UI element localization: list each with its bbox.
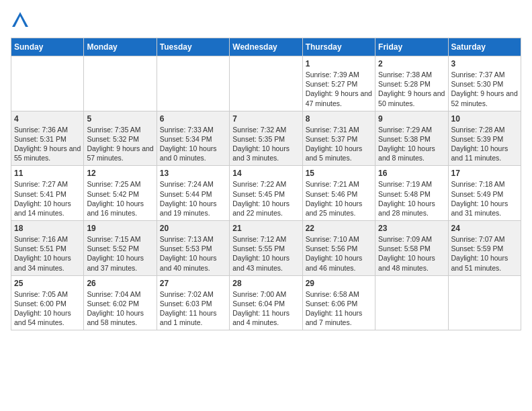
calendar-cell — [375, 275, 448, 330]
calendar-cell: 4Sunrise: 7:36 AMSunset: 5:31 PMDaylight… — [11, 111, 84, 166]
calendar-week-row: 4Sunrise: 7:36 AMSunset: 5:31 PMDaylight… — [11, 111, 521, 166]
calendar: SundayMondayTuesdayWednesdayThursdayFrid… — [11, 38, 521, 330]
day-info: Sunrise: 7:19 AMSunset: 5:48 PMDaylight:… — [378, 179, 445, 218]
calendar-cell: 25Sunrise: 7:05 AMSunset: 6:00 PMDayligh… — [11, 275, 84, 330]
day-info: Sunrise: 7:38 AMSunset: 5:28 PMDaylight:… — [378, 70, 445, 108]
calendar-week-row: 11Sunrise: 7:27 AMSunset: 5:41 PMDayligh… — [11, 166, 521, 221]
day-number: 11 — [14, 169, 81, 178]
day-info: Sunrise: 7:13 AMSunset: 5:53 PMDaylight:… — [160, 234, 226, 273]
day-number: 29 — [306, 279, 372, 288]
day-number: 14 — [232, 169, 299, 178]
day-info: Sunrise: 7:12 AMSunset: 5:55 PMDaylight:… — [232, 234, 299, 273]
calendar-cell: 9Sunrise: 7:29 AMSunset: 5:38 PMDaylight… — [375, 111, 448, 166]
calendar-cell: 18Sunrise: 7:16 AMSunset: 5:51 PMDayligh… — [11, 221, 84, 276]
day-info: Sunrise: 7:04 AMSunset: 6:02 PMDaylight:… — [87, 289, 153, 328]
day-info: Sunrise: 7:05 AMSunset: 6:00 PMDaylight:… — [14, 289, 81, 328]
day-info: Sunrise: 7:21 AMSunset: 5:46 PMDaylight:… — [306, 179, 372, 218]
calendar-cell: 24Sunrise: 7:07 AMSunset: 5:59 PMDayligh… — [448, 221, 521, 276]
col-header-thursday: Thursday — [302, 38, 375, 56]
calendar-cell: 11Sunrise: 7:27 AMSunset: 5:41 PMDayligh… — [11, 166, 84, 221]
day-number: 24 — [451, 224, 518, 233]
calendar-cell: 10Sunrise: 7:28 AMSunset: 5:39 PMDayligh… — [448, 111, 521, 166]
calendar-cell — [230, 56, 302, 111]
day-info: Sunrise: 7:00 AMSunset: 6:04 PMDaylight:… — [232, 289, 299, 328]
col-header-sunday: Sunday — [11, 38, 84, 56]
calendar-cell: 12Sunrise: 7:25 AMSunset: 5:42 PMDayligh… — [84, 166, 157, 221]
day-info: Sunrise: 7:33 AMSunset: 5:34 PMDaylight:… — [160, 125, 226, 163]
calendar-cell: 13Sunrise: 7:24 AMSunset: 5:44 PMDayligh… — [157, 166, 229, 221]
day-number: 21 — [232, 224, 299, 233]
calendar-cell: 22Sunrise: 7:10 AMSunset: 5:56 PMDayligh… — [302, 221, 375, 276]
calendar-cell: 15Sunrise: 7:21 AMSunset: 5:46 PMDayligh… — [302, 166, 375, 221]
calendar-cell: 7Sunrise: 7:32 AMSunset: 5:35 PMDaylight… — [230, 111, 302, 166]
calendar-cell — [84, 56, 157, 111]
col-header-wednesday: Wednesday — [230, 38, 302, 56]
calendar-cell: 16Sunrise: 7:19 AMSunset: 5:48 PMDayligh… — [375, 166, 448, 221]
day-info: Sunrise: 7:39 AMSunset: 5:27 PMDaylight:… — [306, 70, 372, 108]
calendar-cell — [448, 275, 521, 330]
day-number: 10 — [451, 114, 518, 124]
day-number: 16 — [378, 169, 445, 178]
calendar-cell: 27Sunrise: 7:02 AMSunset: 6:03 PMDayligh… — [157, 275, 229, 330]
calendar-cell: 23Sunrise: 7:09 AMSunset: 5:58 PMDayligh… — [375, 221, 448, 276]
day-number: 13 — [160, 169, 226, 178]
day-info: Sunrise: 7:10 AMSunset: 5:56 PMDaylight:… — [306, 234, 372, 273]
logo — [11, 11, 32, 30]
day-info: Sunrise: 7:31 AMSunset: 5:37 PMDaylight:… — [306, 125, 372, 163]
day-number: 2 — [378, 59, 445, 68]
calendar-cell: 19Sunrise: 7:15 AMSunset: 5:52 PMDayligh… — [84, 221, 157, 276]
day-info: Sunrise: 7:27 AMSunset: 5:41 PMDaylight:… — [14, 179, 81, 218]
day-number: 15 — [306, 169, 372, 178]
day-number: 1 — [306, 59, 372, 68]
calendar-week-row: 1Sunrise: 7:39 AMSunset: 5:27 PMDaylight… — [11, 56, 521, 111]
day-number: 7 — [232, 114, 299, 124]
day-number: 17 — [451, 169, 518, 178]
calendar-cell: 29Sunrise: 6:58 AMSunset: 6:06 PMDayligh… — [302, 275, 375, 330]
calendar-cell: 17Sunrise: 7:18 AMSunset: 5:49 PMDayligh… — [448, 166, 521, 221]
day-number: 4 — [14, 114, 81, 124]
day-info: Sunrise: 7:16 AMSunset: 5:51 PMDaylight:… — [14, 234, 81, 273]
day-info: Sunrise: 7:36 AMSunset: 5:31 PMDaylight:… — [14, 125, 81, 163]
calendar-cell: 21Sunrise: 7:12 AMSunset: 5:55 PMDayligh… — [230, 221, 302, 276]
col-header-tuesday: Tuesday — [157, 38, 229, 56]
day-info: Sunrise: 7:37 AMSunset: 5:30 PMDaylight:… — [451, 70, 518, 108]
calendar-cell: 28Sunrise: 7:00 AMSunset: 6:04 PMDayligh… — [230, 275, 302, 330]
day-number: 3 — [451, 59, 518, 68]
calendar-header-row: SundayMondayTuesdayWednesdayThursdayFrid… — [11, 38, 521, 56]
day-info: Sunrise: 7:29 AMSunset: 5:38 PMDaylight:… — [378, 125, 445, 163]
col-header-friday: Friday — [375, 38, 448, 56]
calendar-cell: 8Sunrise: 7:31 AMSunset: 5:37 PMDaylight… — [302, 111, 375, 166]
day-number: 18 — [14, 224, 81, 233]
calendar-cell: 6Sunrise: 7:33 AMSunset: 5:34 PMDaylight… — [157, 111, 229, 166]
day-info: Sunrise: 7:28 AMSunset: 5:39 PMDaylight:… — [451, 125, 518, 163]
calendar-cell: 1Sunrise: 7:39 AMSunset: 5:27 PMDaylight… — [302, 56, 375, 111]
calendar-cell — [157, 56, 229, 111]
day-number: 28 — [232, 279, 299, 288]
day-number: 9 — [378, 114, 445, 124]
day-number: 5 — [87, 114, 153, 124]
calendar-cell: 3Sunrise: 7:37 AMSunset: 5:30 PMDaylight… — [448, 56, 521, 111]
day-info: Sunrise: 7:15 AMSunset: 5:52 PMDaylight:… — [87, 234, 153, 273]
page-header — [11, 11, 521, 30]
day-number: 26 — [87, 279, 153, 288]
calendar-week-row: 25Sunrise: 7:05 AMSunset: 6:00 PMDayligh… — [11, 275, 521, 330]
day-info: Sunrise: 7:25 AMSunset: 5:42 PMDaylight:… — [87, 179, 153, 218]
day-number: 20 — [160, 224, 226, 233]
day-info: Sunrise: 7:18 AMSunset: 5:49 PMDaylight:… — [451, 179, 518, 218]
calendar-cell — [11, 56, 84, 111]
day-number: 6 — [160, 114, 226, 124]
calendar-cell: 5Sunrise: 7:35 AMSunset: 5:32 PMDaylight… — [84, 111, 157, 166]
day-info: Sunrise: 7:02 AMSunset: 6:03 PMDaylight:… — [160, 289, 226, 328]
col-header-saturday: Saturday — [448, 38, 521, 56]
day-number: 22 — [306, 224, 372, 233]
calendar-cell: 14Sunrise: 7:22 AMSunset: 5:45 PMDayligh… — [230, 166, 302, 221]
day-info: Sunrise: 7:22 AMSunset: 5:45 PMDaylight:… — [232, 179, 299, 218]
day-info: Sunrise: 7:35 AMSunset: 5:32 PMDaylight:… — [87, 125, 153, 163]
calendar-cell: 20Sunrise: 7:13 AMSunset: 5:53 PMDayligh… — [157, 221, 229, 276]
logo-icon — [11, 11, 30, 30]
day-number: 12 — [87, 169, 153, 178]
day-info: Sunrise: 7:09 AMSunset: 5:58 PMDaylight:… — [378, 234, 445, 273]
day-number: 23 — [378, 224, 445, 233]
day-info: Sunrise: 6:58 AMSunset: 6:06 PMDaylight:… — [306, 289, 372, 328]
day-info: Sunrise: 7:24 AMSunset: 5:44 PMDaylight:… — [160, 179, 226, 218]
